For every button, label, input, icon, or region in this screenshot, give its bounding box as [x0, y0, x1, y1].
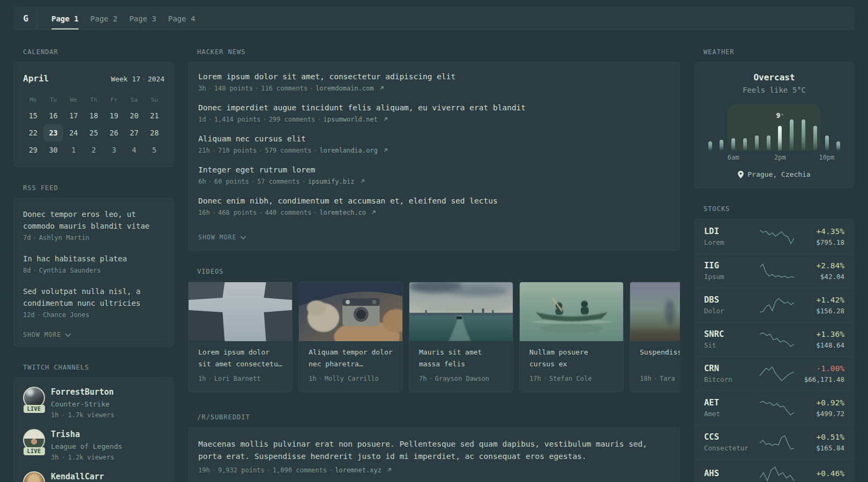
- weather-bar: [767, 135, 770, 150]
- weather-hour-label: 10pm: [819, 153, 835, 162]
- sparkline-chart: [760, 466, 794, 482]
- stock-sparkline: [760, 466, 794, 482]
- stock-row[interactable]: CCSConsectetur +0.51%$165.84: [695, 425, 854, 459]
- hn-item-title[interactable]: Lorem ipsum dolor sit amet, consectetur …: [198, 71, 670, 82]
- stock-change: +4.35%: [794, 226, 844, 237]
- stock-symbol[interactable]: IIG: [704, 260, 760, 271]
- video-meta: 1h·Lori Barnett: [198, 374, 282, 383]
- videos-widget: VIDEOS Lorem ipsum dolor sit amet consec…: [188, 268, 680, 392]
- video-card[interactable]: Lorem ipsum dolor sit amet consectetu… 1…: [188, 282, 293, 392]
- calendar-weekday: Th: [84, 93, 104, 107]
- tab-page-3[interactable]: Page 3: [129, 7, 156, 29]
- hn-item-meta: 1d·1,414 points·299 comments·ipsumworld.…: [198, 115, 670, 124]
- logo[interactable]: G: [14, 7, 38, 29]
- hackernews-widget: HACKER NEWS Lorem ipsum dolor sit amet, …: [188, 48, 680, 251]
- video-card[interactable]: Aliquam tempor dolor nec pharetra… 1h·Mo…: [298, 282, 403, 392]
- stock-row[interactable]: LDILorem +4.35%$795.18: [695, 220, 854, 253]
- stock-row[interactable]: AETAmet +0.92%$499.72: [695, 390, 854, 425]
- stock-change: +0.51%: [794, 432, 844, 442]
- twitch-game[interactable]: League of Legends: [51, 442, 122, 451]
- hn-item-domain[interactable]: loremlandia.org: [319, 147, 388, 154]
- tab-page-1[interactable]: Page 1: [51, 7, 79, 29]
- stocks-label: STOCKS: [704, 205, 854, 213]
- rss-item-author: Cynthia Saunders: [39, 267, 101, 274]
- stock-change: +0.92%: [794, 397, 844, 408]
- stock-row[interactable]: IIGIpsum +2.84%$42.04: [695, 253, 854, 288]
- calendar-weekday: Su: [144, 93, 164, 107]
- calendar-day-selected: 23: [43, 124, 64, 141]
- rss-show-more-button[interactable]: SHOW MORE: [23, 330, 164, 340]
- hn-item: Aliquam nec cursus elit 21h·710 points·5…: [198, 133, 670, 155]
- calendar-day: 17: [63, 107, 84, 124]
- hn-item-domain[interactable]: loremdomain.com: [316, 85, 384, 92]
- rss-card: Donec tempor eros leo, ut commodo mauris…: [14, 198, 174, 347]
- weather-hour-label: 6am: [728, 153, 739, 162]
- hn-item-title[interactable]: Donec enim nibh, condimentum et accumsan…: [198, 195, 670, 207]
- rss-item-title[interactable]: Donec tempor eros leo, ut commodo mauris…: [23, 208, 164, 232]
- video-title[interactable]: Suspendisse diam: [640, 347, 680, 370]
- video-title[interactable]: Lorem ipsum dolor sit amet consectetu…: [198, 347, 282, 370]
- calendar-year: 2024: [148, 75, 164, 83]
- hn-item-domain[interactable]: ipsumworld.net: [324, 116, 388, 123]
- stocks-card: LDILorem +4.35%$795.18 IIGIpsum +2.84%$4…: [694, 219, 854, 482]
- video-title[interactable]: Aliquam tempor dolor nec pharetra…: [309, 347, 393, 370]
- hn-item-domain[interactable]: loremtech.co: [319, 209, 376, 216]
- stock-symbol[interactable]: SNRC: [704, 329, 760, 340]
- twitch-channel-name[interactable]: ForrestBurton: [51, 387, 114, 397]
- stock-row[interactable]: CRNBitcorn -1.00%$66,171.48: [695, 356, 854, 390]
- hn-item-domain[interactable]: ipsumify.biz: [308, 178, 365, 185]
- video-card[interactable]: Nullam posuere cursus ex 17h·Stefan Cole: [519, 282, 624, 392]
- rss-item-title[interactable]: Sed volutpat nulla nisl, a condimentum n…: [23, 285, 164, 309]
- stock-price: $165.84: [794, 443, 844, 453]
- weather-condition: Overcast: [704, 72, 845, 83]
- hn-item: Lorem ipsum dolor sit amet, consectetur …: [198, 71, 670, 93]
- tab-page-2[interactable]: Page 2: [91, 7, 118, 29]
- calendar-grid: MoTuWeThFrSaSu15161718192021222324252627…: [23, 93, 164, 159]
- stock-name: Ipsum: [704, 272, 760, 281]
- twitch-channel[interactable]: LIVE KendallCarr: [23, 471, 164, 482]
- stock-symbol[interactable]: AHS: [704, 468, 760, 479]
- video-card[interactable]: Mauris sit amet massa felis 7h·Grayson D…: [409, 282, 513, 392]
- hn-show-more-button[interactable]: SHOW MORE: [198, 232, 670, 242]
- sky-towers-image: [189, 282, 292, 341]
- twitch-channel-name[interactable]: Trisha: [51, 429, 122, 440]
- stock-row[interactable]: DBSDolor +1.42%$156.28: [695, 288, 854, 322]
- stock-symbol[interactable]: LDI: [704, 226, 760, 237]
- live-badge: LIVE: [23, 405, 44, 413]
- twitch-channel[interactable]: LIVE ForrestBurton Counter-Strike 1h·1.7…: [23, 387, 164, 420]
- stock-sparkline: [760, 400, 794, 416]
- hn-item-title[interactable]: Integer eget rutrum lorem: [198, 164, 670, 176]
- stock-symbol[interactable]: DBS: [704, 295, 760, 305]
- weather-label: WEATHER: [704, 48, 854, 56]
- tabs: Page 1Page 2Page 3Page 4: [51, 7, 195, 29]
- subreddit-post-domain[interactable]: loremnet.xyz: [335, 466, 392, 474]
- video-thumbnail: [189, 282, 292, 341]
- twitch-game[interactable]: Counter-Strike: [51, 400, 114, 409]
- weather-daytime-region: [728, 104, 821, 150]
- stock-price: $156.28: [794, 306, 844, 315]
- weather-bar: [778, 126, 782, 150]
- stock-symbol[interactable]: CRN: [704, 363, 760, 374]
- video-title[interactable]: Nullam posuere cursus ex: [529, 347, 613, 370]
- rss-item-title[interactable]: In hac habitasse platea: [23, 253, 164, 265]
- video-title[interactable]: Mauris sit amet massa felis: [419, 347, 503, 370]
- stock-row[interactable]: SNRCSit +1.36%$148.64: [695, 322, 854, 356]
- twitch-channel[interactable]: LIVE Trisha League of Legends 3h·1.2k vi…: [23, 429, 164, 462]
- calendar-weekday: Mo: [23, 93, 43, 107]
- stock-change: +2.84%: [794, 260, 844, 271]
- stock-sparkline: [760, 434, 794, 450]
- calendar-label: CALENDAR: [23, 48, 174, 56]
- calendar-month: April: [23, 73, 49, 84]
- twitch-channel-name[interactable]: KendallCarr: [51, 471, 104, 482]
- weather-bar: [825, 135, 829, 150]
- stock-symbol[interactable]: CCS: [704, 432, 760, 442]
- calendar-day: 3: [104, 141, 124, 159]
- stock-symbol[interactable]: AET: [704, 397, 760, 408]
- stock-price: $148.64: [794, 341, 844, 350]
- stock-row[interactable]: AHS +0.46%: [695, 459, 854, 482]
- subreddit-post-title[interactable]: Maecenas mollis pulvinar erat non posuer…: [198, 438, 670, 463]
- video-card[interactable]: Suspendisse diam 18h·Tara: [630, 282, 680, 392]
- hn-item-title[interactable]: Aliquam nec cursus elit: [198, 133, 670, 145]
- hn-item-title[interactable]: Donec imperdiet augue tincidunt felis al…: [198, 102, 670, 114]
- tab-page-4[interactable]: Page 4: [168, 7, 196, 29]
